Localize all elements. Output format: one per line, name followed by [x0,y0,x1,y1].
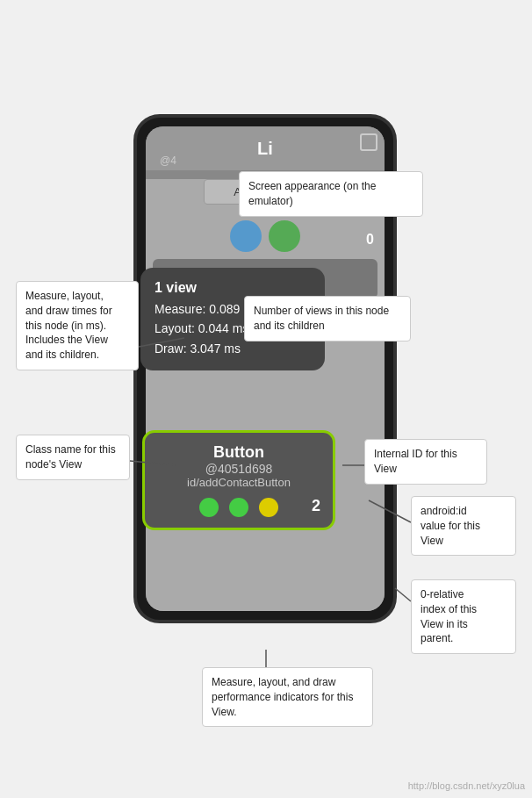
dot-green-2 [229,498,248,517]
button-node-resid: id/addContactButton [159,476,319,489]
screen-body: Add Contact 0 Che @b1... [146,179,385,611]
annotation-perf-indicators: Measure, layout, and draw performance in… [202,667,373,727]
button-node-title: Button [159,443,319,462]
annotation-number-of-views: Number of views in this node and its chi… [244,296,411,341]
window-button[interactable] [360,133,377,151]
dot-yellow [259,498,278,517]
screen-subtitle: @4 [160,155,176,167]
node-count: 2 [312,497,320,515]
watermark: http://blog.csdn.net/xyz0lua [408,780,525,791]
annotation-internal-id: Internal ID for this View [364,439,487,485]
annotation-screen-appearance: Screen appearance (on the emulator) [239,171,423,217]
dot-row [159,498,319,517]
button-node-id: @4051d698 [159,462,319,476]
view-popup-draw: Draw: 3.047 ms [155,339,311,358]
annotation-zero-relative: 0-relative index of this View in its par… [411,579,516,654]
button-node: Button @4051d698 id/addContactButton 2 [142,430,335,530]
screen-title: Li [257,139,273,159]
view-popup-title: 1 view [155,280,311,296]
count-badge-top: 0 [366,232,374,248]
svg-line-6 [395,588,411,601]
screen-top-bar: Li @4 [146,126,385,170]
annotation-android-id: android:id value for this View [411,496,516,556]
avatar-blue [230,220,262,252]
avatar-row [146,213,385,259]
annotation-class-name: Class name for this node's View [16,435,130,480]
dot-green-1 [199,498,219,517]
annotation-measure-layout-draw: Measure, layout, and draw times for this… [16,281,139,370]
avatar-green [269,220,300,252]
